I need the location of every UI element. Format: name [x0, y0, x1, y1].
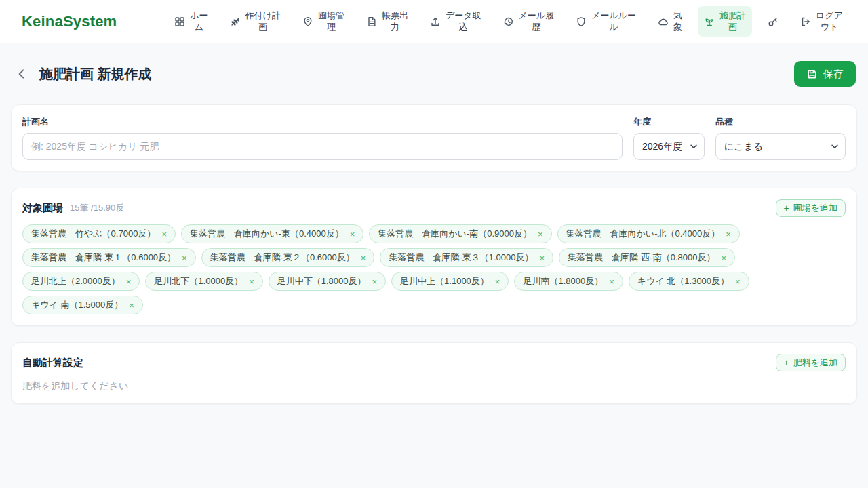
top-navbar: KeinaSystem ホー ム作付け計 画圃場管 理帳票出 力データ取 込メー… — [0, 0, 868, 43]
field-tag-label: 集落営農 倉庫向かい-南（0.9000反） — [378, 228, 532, 240]
nav-item-data-import[interactable]: データ取 込 — [424, 6, 488, 37]
save-icon — [806, 68, 818, 80]
target-fields-card: 対象圃場 15筆 /15.90反 + 圃場を追加 集落営農 竹やぶ（0.7000… — [11, 188, 857, 326]
remove-field-icon[interactable]: × — [735, 277, 741, 287]
nav-item-label: 圃場管 理 — [318, 10, 344, 33]
field-tag-label: 足川北上（2.0000反） — [31, 275, 120, 287]
field-tag-label: 集落営農 倉庫向かい-北（0.4000反） — [566, 228, 720, 240]
nav-item-home[interactable]: ホー ム — [168, 6, 214, 37]
nav-item-label: 施肥計 画 — [719, 10, 746, 33]
year-field-group: 年度 2026年度 — [633, 116, 705, 160]
field-tag-label: 集落営農 倉庫隣-東１（0.6000反） — [31, 251, 176, 264]
variety-label: 品種 — [715, 116, 846, 128]
nav-item-logout[interactable]: ログア ウト — [794, 6, 849, 37]
plus-icon: + — [784, 203, 789, 213]
field-tag-label: キウイ 南（1.5000反） — [31, 299, 123, 311]
field-tag: 足川中下（1.8000反）× — [269, 272, 386, 291]
plan-name-field-group: 計画名 — [22, 116, 623, 160]
nav-item-label: 気 象 — [673, 10, 682, 33]
remove-field-icon[interactable]: × — [609, 277, 614, 287]
nav-item-label: ログア ウト — [816, 10, 843, 33]
variety-select[interactable]: にこまる — [715, 133, 846, 160]
field-tag-label: 集落営農 倉庫隣-西-南（0.8000反） — [568, 251, 715, 264]
nav-item-fertilization-plan[interactable]: 施肥計 画 — [698, 6, 752, 37]
remove-field-icon[interactable]: × — [361, 253, 366, 263]
field-tag-label: 集落営農 竹やぶ（0.7000反） — [31, 228, 155, 240]
field-tag-label: 集落営農 倉庫隣-東３（1.0000反） — [389, 251, 533, 264]
plan-name-input[interactable] — [22, 133, 623, 160]
remove-field-icon[interactable]: × — [249, 277, 254, 287]
field-tag: 集落営農 倉庫向かい-南（0.9000反）× — [369, 224, 551, 243]
field-tag-label: キウイ 北（1.3000反） — [637, 275, 729, 287]
auto-calc-card: 自動計算設定 + 肥料を追加 肥料を追加してください — [11, 342, 857, 404]
field-tag: 集落営農 倉庫向かい-東（0.4000反）× — [181, 224, 363, 243]
nav-item-weather[interactable]: 気 象 — [652, 6, 688, 37]
upload-icon — [430, 16, 441, 27]
save-button-label: 保存 — [823, 68, 844, 81]
remove-field-icon[interactable]: × — [538, 229, 543, 239]
remove-field-icon[interactable]: × — [372, 277, 377, 287]
remove-field-icon[interactable]: × — [721, 253, 726, 263]
field-tag-label: 足川中上（1.1000反） — [400, 275, 489, 287]
add-fertilizer-button-label: 肥料を追加 — [793, 357, 837, 369]
sprout-icon — [704, 16, 715, 27]
grid-icon — [174, 16, 185, 27]
chevron-left-icon — [16, 68, 28, 80]
nav-item-field-management[interactable]: 圃場管 理 — [296, 6, 351, 37]
back-button[interactable] — [12, 64, 31, 83]
nav-item-label: ホー ム — [190, 10, 208, 33]
nav-item-label: データ取 込 — [446, 10, 481, 33]
field-tag: 足川南（1.8000反）× — [514, 272, 623, 291]
add-fertilizer-button[interactable]: + 肥料を追加 — [776, 354, 846, 371]
plan-name-label: 計画名 — [22, 116, 623, 128]
plus-icon: + — [784, 358, 789, 367]
field-tag: 集落営農 倉庫向かい-北（0.4000反）× — [557, 224, 740, 243]
field-tag: 集落営農 倉庫隣-西-南（0.8000反）× — [559, 248, 735, 267]
remove-field-icon[interactable]: × — [539, 253, 545, 263]
target-fields-summary: 15筆 /15.90反 — [70, 202, 124, 214]
remove-field-icon[interactable]: × — [126, 277, 132, 287]
shield-icon — [576, 16, 587, 27]
remove-field-icon[interactable]: × — [182, 253, 187, 263]
cloud-icon — [658, 16, 669, 27]
field-tag: 集落営農 倉庫隣-東２（0.6000反）× — [201, 248, 375, 267]
nav-item-planting-plan[interactable]: 作付け計 画 — [224, 6, 287, 37]
app-logo: KeinaSystem — [22, 13, 117, 30]
remove-field-icon[interactable]: × — [495, 277, 500, 287]
history-icon — [503, 16, 514, 27]
logout-icon — [800, 16, 811, 27]
nav-item-mail-history[interactable]: メール履 歴 — [497, 6, 561, 37]
nav-item-label: 作付け計 画 — [245, 10, 281, 33]
field-tag-label: 集落営農 倉庫向かい-東（0.4000反） — [190, 228, 344, 240]
remove-field-icon[interactable]: × — [726, 229, 731, 239]
target-fields-title: 対象圃場 — [22, 202, 63, 215]
nav-item-mail-rules[interactable]: メールルー ル — [570, 6, 642, 37]
map-pin-icon — [302, 16, 313, 27]
field-tag: 集落営農 竹やぶ（0.7000反）× — [22, 224, 176, 243]
field-tags: 集落営農 竹やぶ（0.7000反）×集落営農 倉庫向かい-東（0.4000反）×… — [22, 224, 846, 314]
year-label: 年度 — [633, 116, 705, 128]
field-tag-label: 集落営農 倉庫隣-東２（0.6000反） — [210, 251, 355, 264]
fertilizer-empty-message: 肥料を追加してください — [22, 380, 846, 392]
nav-item-report-output[interactable]: 帳票出 力 — [360, 6, 414, 37]
nav-item-key[interactable] — [762, 12, 785, 31]
page-title: 施肥計画 新規作成 — [39, 65, 152, 83]
remove-field-icon[interactable]: × — [161, 229, 167, 239]
wheat-icon — [230, 16, 241, 27]
document-icon — [366, 16, 377, 27]
variety-field-group: 品種 にこまる — [715, 116, 846, 160]
auto-calc-title: 自動計算設定 — [22, 357, 83, 369]
year-select[interactable]: 2026年度 — [633, 133, 705, 160]
remove-field-icon[interactable]: × — [350, 229, 355, 239]
plan-meta-card: 計画名 年度 2026年度 品種 にこまる — [11, 104, 857, 171]
nav-items: ホー ム作付け計 画圃場管 理帳票出 力データ取 込メール履 歴メールルー ル気… — [168, 6, 849, 37]
field-tag: キウイ 北（1.3000反）× — [629, 272, 749, 291]
nav-item-label: 帳票出 力 — [382, 10, 408, 33]
add-field-button[interactable]: + 圃場を追加 — [776, 199, 846, 217]
field-tag: 足川北上（2.0000反）× — [22, 272, 140, 291]
remove-field-icon[interactable]: × — [129, 300, 134, 310]
save-button[interactable]: 保存 — [794, 61, 856, 87]
field-tag-label: 足川中下（1.8000反） — [277, 275, 366, 287]
field-tag: 集落営農 倉庫隣-東１（0.6000反）× — [22, 248, 196, 267]
key-icon — [768, 16, 778, 27]
